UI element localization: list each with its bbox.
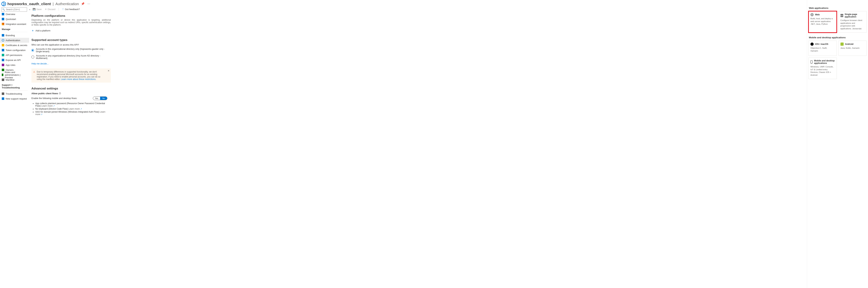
sidebar-item-label: Manifest: [6, 78, 14, 81]
allow-public-flows-label: Allow public client flows ⓘ: [31, 92, 111, 95]
advanced-heading: Advanced settings: [31, 87, 111, 90]
android-icon: [840, 42, 844, 46]
help-me-decide-link[interactable]: Help me decide...: [31, 62, 49, 65]
warning-icon: ⚠: [33, 71, 35, 73]
card-description: Build, host, and deploy a web server app…: [810, 17, 835, 26]
troubleshooting-icon: [2, 93, 4, 95]
sidebar-item-troubleshooting[interactable]: Troubleshooting: [0, 91, 29, 96]
sidebar-item-label: App roles: [6, 64, 16, 66]
www-icon: www: [840, 14, 843, 17]
learn-more-link[interactable]: Learn more↗: [41, 105, 55, 107]
sidebar: Overview Quickstart Integration assistan…: [0, 12, 29, 101]
apple-icon: [810, 42, 814, 46]
save-button[interactable]: 💾Save: [33, 8, 42, 10]
collapse-sidebar-icon[interactable]: «: [29, 8, 30, 11]
owners-icon: [2, 69, 4, 71]
sidebar-item-authentication[interactable]: Authentication: [0, 38, 29, 43]
certificates-icon: [2, 44, 4, 46]
warning-link[interactable]: Learn more about these restrictions.: [61, 78, 96, 81]
warning-banner: ⚠ Due to temporary differences in suppor…: [31, 68, 111, 83]
allow-public-flows-text: Allow public client flows: [31, 92, 58, 95]
sidebar-item-expose-api[interactable]: Expose an API: [0, 58, 29, 62]
mobile-desktop-header: Mobile and desktop applications: [809, 36, 867, 39]
card-description: Objective-C, Swift, Xamarin: [810, 47, 835, 52]
radio-label: Accounts in any organizational directory…: [36, 55, 111, 60]
platform-card-spa[interactable]: wwwSingle-page application Configure bro…: [839, 11, 867, 33]
app-roles-icon: [2, 64, 4, 66]
public-flows-toggle[interactable]: Yes No: [93, 97, 107, 100]
sidebar-item-app-roles[interactable]: App roles: [0, 62, 29, 67]
learn-more-link[interactable]: Learn more↗: [68, 108, 82, 110]
sidebar-item-api-permissions[interactable]: API permissions: [0, 53, 29, 58]
card-title: Mobile and desktop applications: [814, 60, 835, 64]
sidebar-item-token-config[interactable]: Token configuration: [0, 47, 29, 53]
flows-list: App collects plaintext password (Resourc…: [31, 102, 111, 116]
sidebar-item-quickstart[interactable]: Quickstart: [0, 17, 29, 22]
info-icon[interactable]: ⓘ: [59, 92, 61, 95]
flow-item: App collects plaintext password (Resourc…: [35, 102, 111, 107]
sidebar-item-label: New support request: [6, 97, 27, 100]
roles-admins-icon: [2, 73, 3, 76]
app-logo-icon: [1, 2, 6, 6]
platform-card-desktop[interactable]: Mobile and desktop applications Windows,…: [808, 58, 837, 79]
account-type-multitenant[interactable]: Accounts in any organizational directory…: [31, 55, 111, 60]
sidebar-group-support: Support + Troubleshooting: [0, 82, 29, 90]
platform-card-web[interactable]: Web Build, host, and deploy a web server…: [808, 11, 837, 33]
title-separator: |: [52, 2, 54, 6]
main-content: Platform configurations Depending on the…: [31, 13, 111, 118]
account-type-single-tenant[interactable]: Accounts in this organizational director…: [31, 48, 111, 53]
flow-item: SSO for domain-joined Windows (Windows I…: [35, 110, 111, 116]
add-platform-button[interactable]: ＋ Add a platform: [31, 29, 111, 32]
command-bar: 💾Save ✕Discard ♡Got feedback?: [33, 8, 80, 10]
toggle-no[interactable]: No: [100, 97, 107, 100]
plus-icon: ＋: [31, 29, 34, 32]
desktop-icon: [810, 60, 812, 64]
sidebar-item-branding[interactable]: Branding: [0, 33, 29, 38]
flow-text: No keyboard (Device Code Flow): [35, 108, 68, 110]
page-title-section: Authentication: [56, 2, 79, 6]
globe-icon: [810, 13, 814, 16]
branding-icon: [2, 34, 4, 36]
sidebar-item-new-support[interactable]: New support request: [0, 96, 29, 101]
card-description: Configure browser client applications an…: [840, 19, 865, 30]
sidebar-item-label: Troubleshooting: [6, 93, 22, 95]
sidebar-item-label: Branding: [6, 34, 15, 37]
integration-icon: [2, 23, 4, 25]
sidebar-item-label: Integration assistant: [6, 23, 26, 25]
feedback-button[interactable]: ♡Got feedback?: [62, 8, 80, 10]
toggle-yes[interactable]: Yes: [93, 97, 100, 100]
heart-icon: ♡: [62, 8, 64, 10]
external-link-icon: ↗: [41, 113, 42, 116]
card-title: iOS / macOS: [815, 43, 828, 45]
platform-card-android[interactable]: Android Java, Kotlin, Xamarin: [839, 40, 867, 56]
close-warning-icon[interactable]: ✕: [108, 69, 110, 72]
more-icon[interactable]: ⋯: [87, 1, 91, 6]
discard-icon: ✕: [45, 8, 47, 10]
sidebar-group-manage: Manage: [0, 27, 29, 31]
flow-item: No keyboard (Device Code Flow) Learn mor…: [35, 108, 111, 110]
sidebar-search-input[interactable]: [6, 8, 26, 11]
radio-selected-icon: [31, 49, 34, 52]
card-description: Windows, UWP, Console, IoT & Limited-ent…: [810, 65, 835, 76]
discard-button[interactable]: ✕Discard: [45, 8, 56, 10]
sidebar-item-roles-admins[interactable]: Roles and administrators | Preview: [0, 72, 29, 77]
sidebar-item-certificates[interactable]: Certificates & secrets: [0, 43, 29, 47]
search-icon: 🔍: [2, 8, 5, 11]
token-icon: [2, 49, 4, 51]
sidebar-item-integration-assistant[interactable]: Integration assistant: [0, 22, 29, 27]
external-link-icon: ↗: [53, 105, 55, 107]
save-label: Save: [36, 8, 42, 10]
platform-card-ios[interactable]: iOS / macOS Objective-C, Swift, Xamarin: [808, 40, 837, 56]
overview-icon: [2, 13, 4, 15]
sidebar-separator: [1, 90, 28, 91]
quickstart-icon: [2, 18, 4, 20]
sidebar-search[interactable]: 🔍: [1, 7, 27, 12]
sidebar-item-label: Expose an API: [6, 59, 21, 61]
external-link-icon: ↗: [80, 108, 82, 110]
expose-api-icon: [2, 59, 4, 61]
pin-icon[interactable]: 📌: [80, 1, 85, 6]
sidebar-item-overview[interactable]: Overview: [0, 12, 29, 17]
radio-label: Accounts in this organizational director…: [36, 48, 111, 53]
page-title-name: hopsworks_oauth_client: [7, 2, 51, 6]
discard-label: Discard: [48, 8, 56, 10]
